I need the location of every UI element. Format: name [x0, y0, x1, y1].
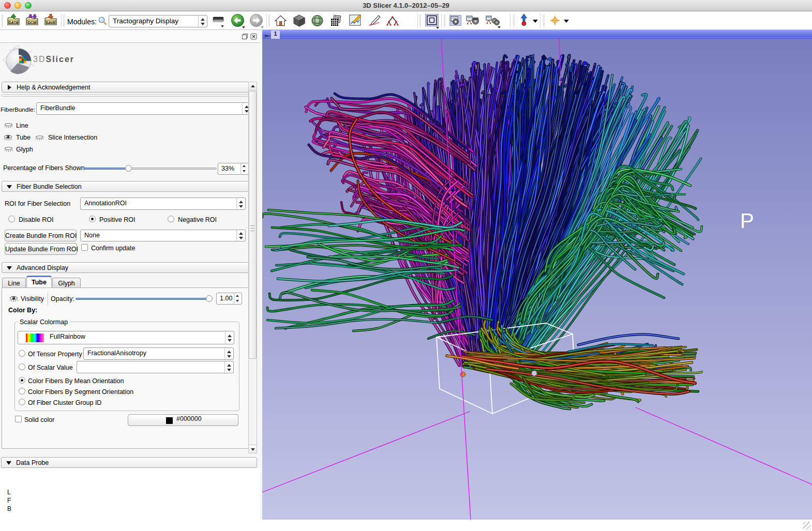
module-selector-combo[interactable]: Tractography Display — [109, 15, 207, 27]
scalar-colormap-label: Scalar Colormap — [18, 318, 70, 326]
window-titlebar[interactable]: 3D Slicer 4.1.0–2012–05–29 — [0, 0, 812, 11]
opacity-slider[interactable] — [76, 295, 211, 303]
scalar-value-combo-spinner[interactable] — [224, 361, 233, 373]
tube-visibility-eye-icon[interactable] — [4, 133, 12, 142]
window-resize-grip[interactable] — [803, 522, 811, 530]
capture-toolbar-grip[interactable] — [444, 15, 445, 26]
colormap-combo-spinner[interactable] — [225, 331, 234, 344]
create-bundle-from-roi-button[interactable]: Create Bundle From ROI — [5, 230, 77, 241]
tab-line[interactable]: Line — [2, 278, 26, 287]
undock-button[interactable] — [242, 33, 248, 41]
save-icon[interactable]: SAVE — [44, 14, 57, 28]
tab-tube[interactable]: Tube — [26, 276, 52, 287]
mouse-mode-toolbar-grip[interactable] — [513, 15, 515, 26]
module-panel-scrollbar[interactable] — [248, 82, 257, 453]
threed-view-controller-bar[interactable]: 1 — [262, 30, 812, 39]
opacity-slider-handle[interactable] — [206, 295, 213, 302]
threed-view[interactable]: 1 — [262, 30, 812, 520]
percentage-spinbox-buttons[interactable] — [240, 163, 248, 174]
toolbar-grip[interactable] — [2, 15, 3, 26]
models-icon[interactable] — [311, 14, 324, 28]
confirm-update-label: Confirm update — [91, 245, 135, 252]
color-by-segment-orientation-label: Color Fibers By Segment Orientation — [28, 388, 133, 396]
of-fiber-cluster-group-radio[interactable] — [19, 399, 25, 405]
visibility-opacity-separator — [48, 293, 48, 305]
scrollbar-handle[interactable] — [249, 91, 257, 359]
advanced-display-header-label: Advanced Display — [17, 264, 68, 271]
collapsed-frame — [2, 94, 251, 97]
chart-icon[interactable] — [349, 14, 362, 28]
create-bundle-combo-spinner[interactable] — [236, 230, 245, 241]
negative-roi-radio[interactable] — [168, 216, 174, 222]
3d-scene[interactable]: P — [262, 39, 812, 520]
roi-handle-sphere-gray — [532, 371, 537, 376]
fiberbundle-combo-value: FiberBundle — [40, 104, 75, 112]
create-bundle-combo[interactable]: None — [80, 230, 246, 241]
solid-color-checkbox[interactable] — [15, 416, 22, 422]
layout-toolbar-grip[interactable] — [419, 15, 421, 26]
load-dicom-icon[interactable]: DCM — [25, 14, 39, 28]
tensor-property-combo[interactable]: FractionalAnisotropy — [83, 347, 234, 360]
colormap-combo[interactable]: FullRainbow — [18, 331, 234, 344]
update-bundle-from-roi-button[interactable]: Update Bundle From ROI — [5, 243, 77, 255]
scrollbar-up-icon[interactable] — [249, 82, 257, 90]
status-bar — [0, 520, 812, 531]
annotate-icon[interactable] — [368, 15, 381, 28]
help-acknowledgement-header[interactable]: Help & Acknowledgement — [2, 82, 251, 93]
home-icon[interactable] — [274, 15, 288, 28]
crosshair-toolbar-grip[interactable] — [543, 15, 545, 26]
of-tensor-property-radio[interactable] — [19, 350, 25, 357]
slice-intersection-label: Slice Intersection — [48, 134, 97, 141]
tube-tab-visibility-eye-icon[interactable] — [9, 294, 18, 304]
slice-intersection-eye-icon[interactable] — [35, 133, 44, 143]
slices-icon[interactable] — [329, 15, 343, 28]
color-by-segment-orientation-radio[interactable] — [19, 388, 25, 395]
crosshair-dropdown-icon[interactable] — [564, 20, 569, 23]
window-title: 3D Slicer 4.1.0–2012–05–29 — [0, 2, 812, 9]
module-forward-icon[interactable] — [249, 13, 263, 29]
fiberbundle-combo[interactable]: FiberBundle — [36, 102, 251, 115]
percentage-spinbox[interactable]: 33% — [218, 163, 249, 175]
fiber-bundle-selection-header[interactable]: Fiber Bundle Selection — [2, 181, 251, 192]
crosshair-icon[interactable] — [549, 16, 561, 27]
scrollbar-down-icon[interactable] — [249, 445, 257, 453]
tensor-property-combo-spinner[interactable] — [224, 348, 233, 359]
scalar-value-combo[interactable] — [77, 361, 234, 373]
tab-glyph[interactable]: Glyph — [52, 278, 81, 287]
advanced-display-header[interactable]: Advanced Display — [2, 262, 251, 273]
scene-view-icon[interactable] — [466, 16, 480, 27]
glyph-visibility-eye-icon[interactable] — [4, 145, 13, 154]
fiducial-dropdown-icon[interactable] — [533, 20, 538, 23]
panel-close-button[interactable] — [250, 33, 257, 41]
favorites-toolbar-grip[interactable] — [268, 15, 270, 26]
opacity-label: Opacity: — [51, 295, 74, 302]
confirm-update-checkbox[interactable] — [81, 244, 88, 251]
roi-selector-combo-spinner[interactable] — [236, 198, 245, 209]
layout-icon[interactable] — [425, 14, 439, 28]
color-by-mean-orientation-radio[interactable] — [19, 377, 25, 384]
opacity-spinbox-buttons[interactable] — [234, 293, 242, 304]
positive-roi-radio[interactable] — [89, 216, 96, 222]
percentage-slider-handle[interactable] — [125, 165, 132, 172]
of-scalar-value-label: Of Scalar Value — [28, 364, 73, 371]
screenshot-icon[interactable] — [449, 15, 461, 27]
scene-view-restore-icon[interactable] — [486, 16, 500, 27]
of-scalar-value-radio[interactable] — [19, 363, 25, 370]
module-history-icon[interactable] — [213, 16, 224, 26]
module-back-icon[interactable] — [231, 13, 245, 29]
volumes-icon[interactable] — [293, 14, 306, 28]
transforms-icon[interactable] — [385, 16, 400, 28]
module-selector-combo-spinner[interactable] — [198, 16, 207, 27]
percentage-slider[interactable] — [83, 164, 217, 173]
data-probe-header[interactable]: Data Probe — [1, 457, 257, 468]
roi-for-fiber-selection-label: ROI for Fiber Selection — [5, 200, 70, 207]
load-data-icon[interactable]: DATA — [7, 14, 20, 28]
fiducial-icon[interactable] — [520, 14, 528, 27]
solid-color-button[interactable]: #000000 — [128, 414, 238, 426]
modules-toolbar-grip[interactable] — [63, 15, 65, 26]
opacity-spinbox[interactable]: 1.00 — [216, 293, 242, 305]
disable-roi-radio[interactable] — [8, 216, 15, 222]
roi-selector-combo[interactable]: AnnotationROI — [80, 198, 246, 210]
line-visibility-eye-icon[interactable] — [4, 121, 13, 130]
search-icon[interactable] — [98, 16, 107, 27]
